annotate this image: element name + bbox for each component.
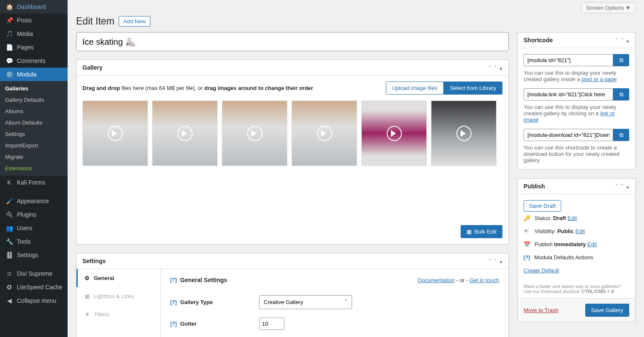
grid-icon: ▦ — [85, 293, 90, 299]
settings-postbox: Settings ˄ ˅ ▴ ⚙General ▦Lightbox & Link… — [76, 253, 509, 337]
sidebar-item-collapse[interactable]: ◀Collapse menu — [0, 294, 68, 307]
screen-options-button[interactable]: Screen Options ▼ — [581, 3, 636, 13]
gallery-type-select[interactable]: Creative Gallery — [259, 295, 352, 309]
brush-icon: 🖌️ — [5, 198, 14, 204]
help-icon[interactable]: [?] — [170, 277, 177, 283]
bulk-edit-button[interactable]: ▦Bulk Edit — [461, 225, 502, 238]
grid-icon: ▦ — [467, 228, 472, 235]
sidebar-label: Media — [17, 30, 33, 37]
gallery-type-label: Gallery Type — [180, 299, 213, 305]
chevron-down-icon[interactable]: ˅ — [494, 65, 497, 71]
chevron-up-icon[interactable]: ˄ — [615, 183, 618, 190]
upload-files-button[interactable]: Upload image files — [386, 82, 444, 95]
slider-icon: 🎚️ — [5, 252, 14, 258]
tab-general[interactable]: ⚙General — [76, 269, 161, 287]
comment-icon: 💬 — [5, 57, 14, 64]
shortcode-help-2: You can use this to display your newly c… — [524, 104, 629, 123]
chevron-down-icon[interactable]: ˅ — [494, 258, 497, 264]
sidebar-item-settings[interactable]: 🎚️Settings — [0, 248, 68, 262]
tab-filters[interactable]: ▼Filters — [76, 305, 161, 323]
user-icon: 👥 — [5, 225, 14, 231]
submenu-albums[interactable]: Albums — [0, 106, 68, 117]
sidebar-item-tools[interactable]: 🔧Tools — [0, 235, 68, 248]
gutter-input[interactable] — [259, 318, 284, 330]
copy-icon: ⧉ — [619, 132, 623, 139]
sidebar-item-dashboard[interactable]: 🏠Dashboard — [0, 0, 68, 14]
help-icon[interactable]: [?] — [524, 255, 530, 261]
sidebar-item-litespeed[interactable]: ✪LiteSpeed Cache — [0, 280, 68, 294]
sidebar-label: Modula — [17, 71, 36, 78]
submenu-galleries[interactable]: Galleries — [0, 83, 68, 94]
edit-status-link[interactable]: Edit — [568, 215, 577, 221]
gallery-thumb[interactable] — [152, 101, 218, 166]
sidebar-submenu: Galleries Gallery Defaults Albums Album … — [0, 81, 68, 176]
shortcode-input-3[interactable] — [524, 129, 613, 141]
create-default-link[interactable]: Create Default — [524, 267, 559, 274]
sidebar-item-divi[interactable]: ⊃Divi Supreme — [0, 267, 68, 280]
gallery-thumb[interactable] — [222, 101, 287, 166]
filter-icon: ▼ — [85, 311, 90, 318]
move-to-trash-link[interactable]: Move to Trash — [524, 307, 558, 313]
sidebar-item-users[interactable]: 👥Users — [0, 221, 68, 235]
gallery-thumb[interactable] — [431, 101, 497, 166]
help-icon[interactable]: [?] — [170, 321, 177, 327]
caret-up-icon[interactable]: ▴ — [626, 37, 629, 43]
pin-icon: 📌 — [5, 17, 14, 24]
gear-icon: ⚙️ — [5, 71, 14, 78]
save-gallery-button[interactable]: Save Gallery — [585, 304, 629, 317]
shortcode-heading: Shortcode — [524, 37, 553, 43]
gallery-thumb[interactable] — [82, 101, 148, 166]
page-icon: 📄 — [5, 44, 14, 51]
submenu-gallery-defaults[interactable]: Gallery Defaults — [0, 94, 68, 106]
sidebar-item-posts[interactable]: 📌Posts — [0, 14, 68, 27]
documentation-link[interactable]: Documentation — [418, 277, 455, 283]
submenu-album-defaults[interactable]: Album Defaults — [0, 117, 68, 128]
shortcode-postbox: Shortcode ˄˅▴ ⧉ You can use this to disp… — [517, 32, 636, 170]
edit-schedule-link[interactable]: Edit — [587, 241, 597, 247]
keyboard-tip: Want a faster and easier way to save gal… — [518, 280, 635, 298]
copy-button[interactable]: ⧉ — [613, 129, 629, 141]
chevron-up-icon[interactable]: ˄ — [488, 258, 491, 264]
post-page-link[interactable]: post or a page — [581, 76, 617, 82]
chevron-down-icon[interactable]: ˅ — [621, 183, 624, 190]
select-library-button[interactable]: Select from Library — [444, 82, 502, 95]
lightspeed-icon: ✪ — [5, 284, 14, 291]
copy-button[interactable]: ⧉ — [613, 88, 629, 101]
gutter-label: Gutter — [180, 321, 196, 327]
gallery-thumb[interactable] — [361, 101, 427, 166]
tab-lightbox[interactable]: ▦Lightbox & Links — [76, 287, 161, 305]
edit-visibility-link[interactable]: Edit — [576, 228, 585, 234]
caret-up-icon[interactable]: ▴ — [499, 65, 502, 71]
play-icon — [247, 126, 262, 141]
save-draft-button[interactable]: Save Draft — [524, 200, 561, 212]
sidebar-item-appearance[interactable]: 🖌️Appearance — [0, 194, 68, 208]
help-icon[interactable]: [?] — [170, 299, 177, 305]
submenu-extensions[interactable]: Extensions — [0, 163, 68, 174]
chevron-up-icon[interactable]: ˄ — [488, 65, 491, 71]
sidebar-item-media[interactable]: 🎵Media — [0, 27, 68, 41]
post-title-input[interactable] — [76, 32, 509, 51]
gallery-thumb[interactable] — [292, 101, 357, 166]
sidebar-item-modula[interactable]: ⚙️Modula — [0, 68, 68, 81]
copy-button[interactable]: ⧉ — [613, 54, 629, 66]
copy-icon: ⧉ — [619, 57, 623, 64]
sidebar-label: Comments — [17, 57, 46, 64]
play-icon — [177, 126, 193, 141]
caret-up-icon[interactable]: ▴ — [626, 183, 629, 190]
publish-heading: Publish — [524, 183, 545, 190]
submenu-import-export[interactable]: Import/Export — [0, 140, 68, 151]
sidebar-item-plugins[interactable]: 🔌Plugins — [0, 208, 68, 221]
submenu-migrate[interactable]: Migrate — [0, 151, 68, 163]
submenu-settings[interactable]: Settings — [0, 128, 68, 140]
shortcode-input-2[interactable] — [524, 88, 613, 101]
content-area: Screen Options ▼ Edit Item Add New Galle… — [68, 0, 644, 337]
get-in-touch-link[interactable]: Get in touch — [469, 277, 499, 283]
chevron-down-icon[interactable]: ˅ — [621, 37, 624, 43]
sidebar-item-kali[interactable]: KKali Forms — [0, 176, 68, 189]
shortcode-input-1[interactable] — [524, 54, 613, 66]
add-new-button[interactable]: Add New — [119, 16, 150, 27]
sidebar-item-pages[interactable]: 📄Pages — [0, 41, 68, 54]
sidebar-item-comments[interactable]: 💬Comments — [0, 54, 68, 68]
chevron-up-icon[interactable]: ˄ — [615, 37, 618, 43]
caret-up-icon[interactable]: ▴ — [499, 258, 502, 264]
